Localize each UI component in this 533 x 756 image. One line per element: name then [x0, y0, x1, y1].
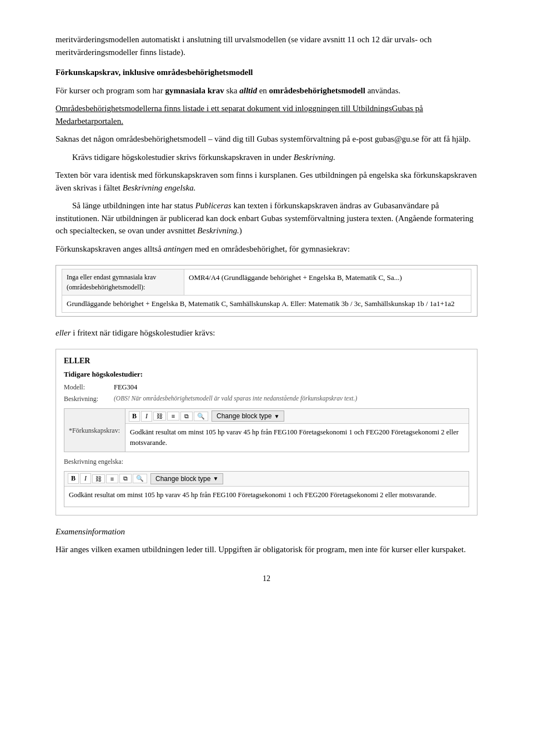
beskrivning-label: Beskrivning: — [64, 394, 114, 404]
obs-text: (OBS! När områdesbehörighetsmodell är va… — [114, 394, 469, 403]
paragraph-4: Krävs tidigare högskolestudier skrivs fö… — [56, 151, 477, 164]
editor-forkunskapskrav: *Förkunskapskrav: B I ⛓ ≡ ⧉ 🔍 Change blo… — [64, 408, 469, 452]
modell-row: Modell: FEG304 — [64, 382, 469, 393]
editor-beskrivning-engelska: B I ⛓ ≡ ⧉ 🔍 Change block type ▼ Godkänt … — [64, 471, 469, 507]
paragraph-5: Texten bör vara identisk med förkunskaps… — [56, 169, 477, 194]
editor-toolbar-1: B I ⛓ ≡ ⧉ 🔍 Change block type ▼ — [125, 409, 469, 424]
toolbar-italic-1[interactable]: I — [141, 411, 152, 422]
paragraph-heading1: Förkunskapskrav, inklusive områdesbehöri… — [56, 66, 477, 79]
table-label-1: Inga eller endast gymnasiala krav (områd… — [62, 269, 184, 296]
chevron-down-icon-1: ▼ — [274, 413, 279, 419]
toolbar-bold-2[interactable]: B — [68, 473, 79, 484]
beskrivning-row: Beskrivning: (OBS! När områdesbehörighet… — [64, 394, 469, 404]
omradesbehorighetstable: Inga eller endast gymnasiala krav (områd… — [62, 269, 471, 313]
paragraph-1: meritvärderingsmodellen automatiskt i an… — [56, 33, 477, 58]
editor-toolbar-2: B I ⛓ ≡ ⧉ 🔍 Change block type ▼ — [64, 472, 469, 487]
paragraph-7: Förkunskapskraven anges alltså antingen … — [56, 243, 477, 256]
toolbar-search-1[interactable]: 🔍 — [194, 412, 208, 421]
toolbar-link-2[interactable]: ⛓ — [92, 474, 105, 483]
toolbar-italic-2[interactable]: I — [80, 473, 91, 484]
paragraph-examensinformation-heading: Examensinformation — [56, 525, 477, 538]
paragraph-2: För kurser och program som har gymnasial… — [56, 84, 477, 97]
screenshot-box-1: Inga eller endast gymnasiala krav (områd… — [56, 265, 477, 317]
toolbar-link-1[interactable]: ⛓ — [153, 412, 166, 420]
table-value-1: OMR4/A4 (Grundläggande behörighet + Enge… — [184, 269, 471, 296]
change-block-type-button-1[interactable]: Change block type ▼ — [212, 410, 284, 422]
table-subvalue-1: Grundläggande behörighet + Engelska B, M… — [62, 296, 471, 313]
modell-value: FEG304 — [114, 382, 469, 393]
paragraph-6: Så länge utbildningen inte har status Pu… — [56, 199, 477, 237]
page-number: 12 — [56, 573, 477, 584]
editor-label-forkunskapskrav: *Förkunskapskrav: — [64, 409, 125, 452]
editor-content-1: Godkänt resultat om minst 105 hp varav 4… — [125, 424, 469, 452]
paragraph-9: Här anges vilken examen utbildningen led… — [56, 543, 477, 556]
paragraph-8: eller i fritext när tidigare högskolestu… — [56, 327, 477, 339]
toolbar-search-2[interactable]: 🔍 — [133, 474, 147, 483]
paragraph-link1: Områdesbehörighetsmodellerna finns lista… — [56, 102, 477, 127]
change-block-type-button-2[interactable]: Change block type ▼ — [150, 473, 223, 484]
link-omradesbehorighet[interactable]: Områdesbehörighetsmodellerna finns lista… — [56, 104, 423, 126]
toolbar-list-1[interactable]: ≡ — [167, 412, 179, 420]
toolbar-clipboard-1[interactable]: ⧉ — [180, 412, 193, 421]
tidgare-hogskolestudier-title: Tidigare högskolestudier: — [64, 369, 469, 380]
toolbar-bold-1[interactable]: B — [129, 411, 140, 422]
beskrivning-engelska-label: Beskrivning engelska: — [64, 457, 469, 467]
screenshot-box-2: ELLER Tidigare högskolestudier: Modell: … — [56, 349, 477, 515]
toolbar-clipboard-2[interactable]: ⧉ — [119, 474, 132, 483]
toolbar-list-2[interactable]: ≡ — [106, 474, 118, 483]
editor-area-1: B I ⛓ ≡ ⧉ 🔍 Change block type ▼ Godkänt … — [125, 409, 469, 452]
editor-content-2: Godkänt resultat om minst 105 hp varav 4… — [64, 487, 469, 507]
chevron-down-icon-2: ▼ — [213, 475, 218, 482]
modell-label: Modell: — [64, 382, 114, 392]
eller-label: ELLER — [64, 355, 469, 367]
paragraph-3: Saknas det någon områdesbehörighetsmodel… — [56, 133, 477, 146]
